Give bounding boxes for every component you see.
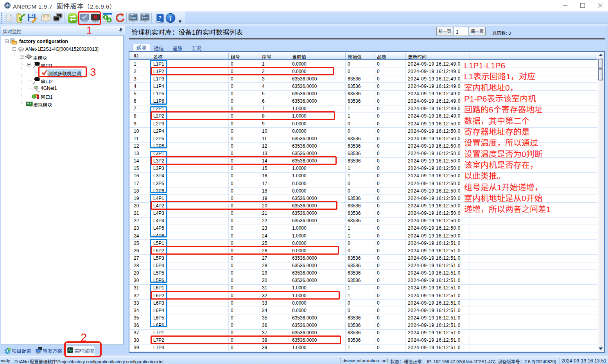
svg-text:i: i bbox=[170, 15, 172, 22]
svg-text:FTP: FTP bbox=[142, 17, 148, 20]
svg-text:?: ? bbox=[158, 15, 161, 21]
svg-text:SSH: SSH bbox=[130, 17, 136, 20]
